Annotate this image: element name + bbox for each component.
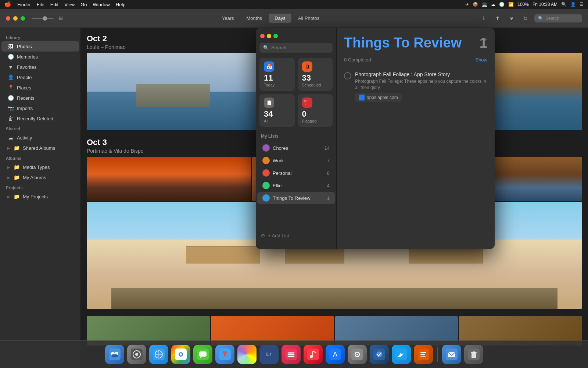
ellie-name: Ellie: [273, 183, 282, 188]
sidebar-item-memories[interactable]: 🕐 Memories: [1, 52, 79, 62]
photos-toolbar: ⊞ Years Months Days All Photos ℹ ⬆ ♥ ↻ 🔍…: [0, 9, 588, 28]
task-link[interactable]: apps.apple.com: [355, 93, 402, 102]
dock-noteplan[interactable]: [414, 345, 433, 364]
dock: Lr A: [0, 340, 588, 368]
reminders-search-box[interactable]: 🔍 Search: [259, 43, 333, 53]
chores-dot: [262, 144, 270, 152]
dock-appstore[interactable]: A: [326, 345, 345, 364]
apple-menu[interactable]: 🍎: [4, 1, 11, 8]
dock-system-preferences[interactable]: [348, 345, 367, 364]
things-count: 1: [327, 195, 330, 201]
photo-sunset-left[interactable]: [87, 157, 251, 201]
scheduled-count: 33: [302, 73, 329, 83]
sidebar-item-shared-albums[interactable]: ▶ 📁 Shared Albums: [1, 143, 79, 153]
stat-all[interactable]: 📋 34 All: [259, 94, 295, 127]
dock-finder[interactable]: [105, 345, 124, 364]
control-center-icon[interactable]: ☰: [580, 2, 584, 7]
dock-trash[interactable]: [464, 345, 483, 364]
menu-file[interactable]: File: [37, 2, 44, 7]
sidebar-item-people[interactable]: 👤 People: [1, 72, 79, 82]
menu-window[interactable]: Window: [93, 2, 110, 7]
share-button[interactable]: ⬆: [492, 13, 503, 24]
maximize-button[interactable]: [21, 16, 25, 21]
info-button[interactable]: ℹ: [478, 13, 489, 24]
expand-arrow: ▶: [7, 146, 10, 150]
my-projects-arrow: ▶: [7, 195, 10, 199]
menu-go[interactable]: Go: [80, 2, 87, 7]
list-item-work[interactable]: Work 7: [257, 154, 335, 167]
sidebar-item-media-types[interactable]: ▶ 📁 Media Types: [1, 162, 79, 172]
list-item-personal[interactable]: Personal 8: [257, 167, 335, 179]
stat-flagged[interactable]: 🚩 0 Flagged: [298, 94, 333, 127]
menu-edit[interactable]: Edit: [50, 2, 58, 7]
tab-all-photos[interactable]: All Photos: [292, 14, 326, 23]
menu-view[interactable]: View: [64, 2, 75, 7]
sidebar-favorites-label: Favorites: [17, 64, 36, 70]
apple-link-icon: [359, 95, 365, 100]
sidebar-item-recently-deleted[interactable]: 🗑 Recently Deleted: [1, 113, 79, 124]
sidebar-item-activity[interactable]: ☁ Activity: [1, 132, 79, 143]
tab-years[interactable]: Years: [216, 14, 240, 23]
show-completed-button[interactable]: Show: [475, 57, 487, 63]
sidebar-my-projects-label: My Projects: [23, 194, 48, 199]
sidebar-item-photos[interactable]: 🖼 Photos: [1, 41, 79, 52]
sidebar-activity-label: Activity: [17, 135, 32, 141]
dock-launchpad[interactable]: [127, 345, 146, 364]
list-work-left: Work: [262, 157, 284, 164]
close-button[interactable]: [6, 16, 10, 21]
dock-music[interactable]: [304, 345, 323, 364]
location-icon: ✈: [465, 2, 469, 7]
reminders-search-icon: 🔍: [263, 45, 269, 50]
search-menubar-icon[interactable]: 🔍: [561, 2, 567, 7]
reminders-window: 🔍 Search 📅 11 Today 🗓 33 Scheduled 📋 34 …: [256, 28, 495, 249]
dock-vpn[interactable]: [282, 345, 301, 364]
dock-messages[interactable]: [193, 345, 212, 364]
list-item-chores[interactable]: Chores 14: [257, 142, 335, 154]
dock-photos[interactable]: [237, 345, 257, 364]
list-item-things-to-review[interactable]: Things To Review 1: [257, 192, 335, 204]
search-box[interactable]: 🔍 Search: [534, 14, 582, 22]
dock-things3[interactable]: [370, 345, 389, 364]
reminders-maximize-button[interactable]: [273, 34, 278, 38]
add-list-button[interactable]: ⊕ + Add List: [256, 229, 336, 243]
sidebar-media-types-label: Media Types: [23, 164, 50, 170]
reminders-close-button[interactable]: [260, 34, 265, 38]
task-complete-circle[interactable]: [344, 72, 351, 79]
svg-point-13: [180, 353, 182, 355]
sidebar-item-my-projects[interactable]: ▶ 📁 My Projects: [1, 191, 79, 202]
sidebar-item-places[interactable]: 📍 Places: [1, 82, 79, 93]
stat-today[interactable]: 📅 11 Today: [259, 58, 295, 91]
user-icon[interactable]: 👤: [570, 2, 576, 7]
sidebar-my-albums-label: My Albums: [23, 175, 46, 180]
tab-days[interactable]: Days: [269, 14, 291, 23]
menu-finder[interactable]: Finder: [17, 2, 31, 7]
minimize-button[interactable]: [13, 16, 18, 21]
list-item-ellie[interactable]: Ellie 4: [257, 179, 335, 192]
menubar-right: ✈ 📦 💻 ☁ 🕐 📶 100% Fri 10:38 AM 🔍 👤 ☰: [465, 2, 584, 7]
scheduled-icon: 🗓: [302, 61, 312, 72]
dock-twitter[interactable]: [392, 345, 411, 364]
completed-row: 0 Completed Show: [344, 57, 487, 63]
dock-chrome[interactable]: [171, 345, 190, 364]
dock-mail[interactable]: [442, 345, 461, 364]
sidebar-item-favorites[interactable]: ♥ Favorites: [1, 62, 79, 72]
dock-safari[interactable]: [149, 345, 168, 364]
reminders-minimize-button[interactable]: [267, 34, 271, 38]
sidebar-memories-label: Memories: [17, 54, 38, 60]
toolbar-actions: ℹ ⬆ ♥ ↻ 🔍 Search: [478, 13, 582, 24]
rotate-button[interactable]: ↻: [520, 13, 531, 24]
media-types-arrow: ▶: [7, 165, 10, 169]
sidebar-item-recents[interactable]: 🕐 Recents: [1, 93, 79, 103]
dock-lightroom[interactable]: Lr: [259, 345, 279, 364]
menu-help[interactable]: Help: [116, 2, 126, 7]
heart-button[interactable]: ♥: [506, 13, 517, 24]
sidebar-imports-label: Imports: [17, 106, 33, 111]
stat-scheduled[interactable]: 🗓 33 Scheduled: [298, 58, 333, 91]
svg-rect-15: [199, 351, 207, 357]
sidebar-item-my-albums[interactable]: ▶ 📁 My Albums: [1, 172, 79, 183]
tab-months[interactable]: Months: [240, 14, 268, 23]
reminders-add-button[interactable]: +: [481, 34, 489, 45]
thumbnail-size-slider[interactable]: [32, 18, 54, 19]
dock-maps[interactable]: [215, 345, 234, 364]
sidebar-item-imports[interactable]: 📷 Imports: [1, 103, 79, 113]
